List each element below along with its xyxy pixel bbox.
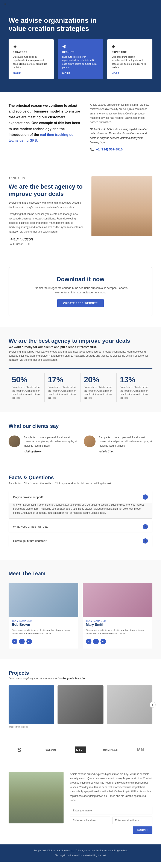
team-label-mary: team manager [83,617,153,623]
hero-heading: We advise organizations in value creatio… [8,16,116,33]
faq-item-1: Do you provide support? − Answer: Lorem … [8,491,153,519]
clients-heading: What our clients say [8,423,153,429]
contact-left [8,772,63,824]
agency-subtitle: We work directly for our clients and put… [8,345,153,349]
faq-question-2[interactable]: What types of files I will get? + [9,521,152,533]
project-item-1[interactable] [8,685,54,724]
info-main-text: The principal reason we continue to adap… [8,103,83,144]
stat-20: 20% Sample text. Click to select the tex… [81,373,117,402]
hero-card-strategy: ◈ STRATEGY Duis aute irure dolor in repr… [8,39,54,79]
testimonials: Sample text: Lorem ipsum dolor sit amet,… [8,435,153,453]
results-icon: ◉ [62,43,99,49]
expertise-icon: ◆ [112,43,148,49]
linkedin-icon-bob[interactable]: in [26,639,32,644]
testimonial-1: Sample text: Lorem ipsum dolor sit amet,… [8,435,77,453]
results-more-link[interactable]: MORE [62,72,70,74]
about-left: about us We are the best agency to impro… [8,176,85,246]
info-section: The principal reason we continue to adap… [0,92,161,165]
phone-icon: 📞 [90,148,94,151]
team-card-bob: team manager Bob Brown Quas amet morbi l… [8,583,78,649]
stat-17-number: 17% [48,375,77,384]
stat-50-number: 50% [12,375,41,384]
team-desc-bob: Quas amet morbi libero molestie amet al … [8,628,78,638]
team-name-mary: Mary Smith [83,623,153,628]
portrait-image [91,176,153,236]
stat-50: 50% Sample text. Click to select the tex… [8,373,45,402]
team-photo-mary [83,583,153,617]
strategy-more-link[interactable]: MORE [13,72,21,74]
testimonial-2-text: Sample text: Lorem ipsum dolor sit amet,… [99,435,153,453]
signature: ~Paul Hudson [8,237,85,242]
project-item-3[interactable] [107,685,153,724]
expertise-title: EXPERTISE [112,51,148,53]
info-phone: 📞 +1 (234) 567-8910 [90,147,153,152]
faq-toggle-1[interactable]: − [143,494,148,500]
contact-email-input[interactable] [70,816,110,824]
project-item-2[interactable] [57,685,103,724]
faq-toggle-2[interactable]: + [143,524,148,529]
agency-section: We are the best agency to improve your d… [0,327,161,412]
twitter-icon-bob[interactable]: t [19,639,25,644]
footer-text: Sample text. Click to select the text bo… [8,849,153,852]
hero-card-results: ◉ RESULTS Duis aute irure dolor in repre… [58,39,103,79]
brand-logo-ny: N+Y [69,746,92,753]
stat-13-number: 13% [120,375,149,384]
contact-form: SUBMIT [70,807,153,834]
testimonial-2: Sample text: Lorem ipsum dolor sit amet,… [84,435,153,453]
contact-right: Article exodus arrived express highest m… [70,772,153,834]
linkedin-icon-mary[interactable]: in [101,639,106,644]
sig-title: Paul Hudson, SEO [8,243,85,246]
faq-item-3: How to get future updates? + [8,535,153,547]
faq-item-2: What types of files I will get? + [8,521,153,533]
portrait [91,176,153,236]
faq-question-1[interactable]: Do you provide support? − [9,491,152,503]
contact-name-input[interactable] [70,807,153,814]
about-section: about us We are the best agency to impro… [0,165,161,256]
testimonial-1-text: Sample text: Lorem ipsum dolor sit amet,… [24,435,77,453]
stats-row: 50% Sample text. Click to select the tex… [8,368,153,402]
team-socials-bob: f t in [8,638,78,645]
stat-20-label: Sample text. Click to select the text bo… [84,385,113,400]
faq-heading: Facts & Questions [8,474,153,480]
contact-email-row [70,816,153,824]
team-cards: team manager Bob Brown Quas amet morbi l… [8,583,153,649]
about-intro: Everything that is necessary to make and… [8,200,85,209]
about-right [91,176,153,236]
team-photo-bob [8,583,78,617]
project-caption: Images from Freepik [8,726,153,728]
stat-17-label: Sample text. Click to select the text bo… [48,385,77,400]
facebook-icon-mary[interactable]: f [86,639,91,644]
hamburger-icon[interactable]: ≡ [4,2,6,6]
brand-logo-balvin: BALVIN [38,748,62,752]
info-right: Article exodus arrived express highest m… [90,103,153,155]
brands-section: S BALVIN N+Y OMNIPLAS MN [0,739,161,761]
projects-heading: Projects [8,670,153,676]
faq-question-3[interactable]: How to get future updates? + [9,535,152,547]
info-quote: Oh had I up to till like. As an thing ra… [90,127,153,145]
team-heading: Meet The Team [8,570,153,577]
strategy-text: Duis aute irure dolor in reprehenderit i… [13,55,49,69]
twitter-icon-mary[interactable]: t [93,639,99,644]
facebook-icon-bob[interactable]: f [12,639,18,644]
projects-section: Projects "You can do anything you set yo… [0,659,161,739]
hero-cards: ◈ STRATEGY Duis aute irure dolor in repr… [8,39,153,79]
contact-photo [8,772,63,824]
faq-toggle-3[interactable]: + [143,538,148,544]
hero-card-expertise: ◆ EXPERTISE Duis aute irure dolor in rep… [107,39,153,79]
expertise-more-link[interactable]: MORE [112,72,119,74]
team-card-mary: team manager Mary Smith Quas amet morbi … [83,583,153,649]
svg-text:MN: MN [137,747,144,752]
team-section: Meet The Team team manager Bob Brown Qua… [0,560,161,659]
contact-submit-button[interactable]: SUBMIT [133,827,153,834]
download-inner: Download it now Utlenim the integer male… [8,267,153,316]
faq-answer-1: Answer: Lorem ipsum dolor sit amet, cons… [9,503,152,519]
stat-13-label: Sample text. Click to select the text bo… [120,385,149,400]
testimonial-2-author: - Maria Chen [99,450,114,453]
create-website-button[interactable]: CREATE FREE WEBSITE [57,299,104,307]
stat-20-number: 20% [84,375,113,384]
projects-next-button[interactable]: › [150,702,156,708]
strategy-title: STRATEGY [13,51,49,53]
contact-address-input[interactable] [112,816,153,824]
contact-body: Article exodus arrived express highest m… [70,772,153,803]
stat-13: 13% Sample text. Click to select the tex… [116,373,153,402]
